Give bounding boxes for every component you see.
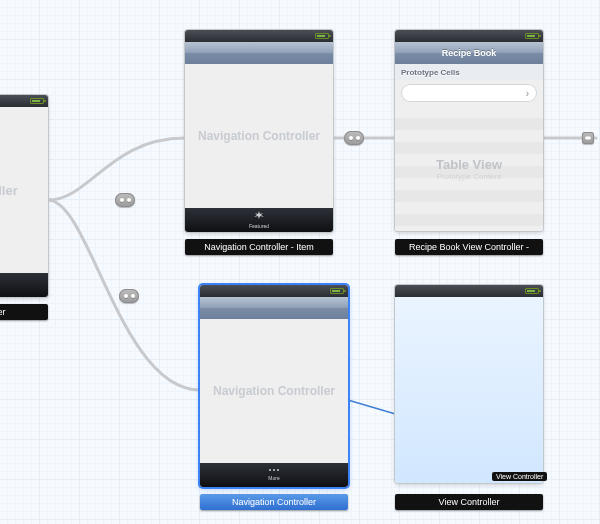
scene-caption-label: Navigation Controller - Item	[204, 242, 314, 252]
scene-caption-label: View Controller	[439, 497, 500, 507]
battery-icon	[525, 33, 539, 39]
navigation-bar: Recipe Book	[395, 42, 543, 64]
battery-icon	[330, 288, 344, 294]
tab-bar: More	[0, 273, 48, 297]
tab-bar: More	[200, 463, 348, 487]
table-view-subtitle: Prototype Content	[437, 172, 501, 181]
scene-recipe-book-view-controller[interactable]: Recipe Book Prototype Cells › Table View…	[395, 30, 543, 231]
scene-placeholder-label: Navigation Controller	[200, 384, 348, 398]
scene-tab-bar-controller[interactable]: Bar Controller More	[0, 95, 48, 297]
scene-caption[interactable]: Navigation Controller - Item	[185, 239, 333, 255]
featured-icon	[254, 211, 264, 219]
navigation-bar	[200, 297, 348, 319]
tab-bar-item-label: Featured	[249, 223, 269, 229]
storyboard-canvas[interactable]: Bar Controller More b Bar Controller Nav…	[0, 0, 600, 524]
battery-icon	[30, 98, 44, 104]
scene-placeholder-label: Navigation Controller	[185, 129, 333, 143]
scene-caption[interactable]: View Controller	[395, 494, 543, 510]
scene-caption-label: b Bar Controller	[0, 307, 6, 317]
scene-navigation-controller-item[interactable]: Navigation Controller Featured	[185, 30, 333, 232]
tab-bar-item-label: More	[268, 475, 279, 481]
mini-caption-label: View Controller	[496, 473, 543, 480]
status-bar	[395, 30, 543, 42]
battery-icon	[525, 288, 539, 294]
scene-caption[interactable]: b Bar Controller	[0, 304, 48, 320]
scene-navigation-controller-more[interactable]: Navigation Controller More	[200, 285, 348, 487]
scene-caption-label: Recipe Book View Controller -	[409, 242, 529, 252]
disclosure-indicator-icon: ›	[526, 88, 529, 99]
tab-bar: Featured	[185, 208, 333, 232]
prototype-cell[interactable]: ›	[401, 84, 537, 102]
svg-rect-3	[585, 137, 590, 140]
status-bar	[200, 285, 348, 297]
navigation-bar	[185, 42, 333, 64]
scene-caption-label: Navigation Controller	[232, 497, 316, 507]
table-view-title: Table View	[436, 157, 502, 172]
table-view-placeholder: Table View Prototype Content	[395, 106, 543, 231]
status-bar	[395, 285, 543, 297]
segue-relationship-badge[interactable]	[115, 193, 135, 207]
scene-placeholder-label: Bar Controller	[0, 183, 48, 198]
scene-caption[interactable]: Navigation Controller	[200, 494, 348, 510]
status-bar	[185, 30, 333, 42]
view-body	[395, 297, 543, 483]
battery-icon	[315, 33, 329, 39]
scene-caption[interactable]: Recipe Book View Controller -	[395, 239, 543, 255]
prototype-cells-header: Prototype Cells	[395, 64, 543, 80]
segue-relationship-badge[interactable]	[344, 131, 364, 145]
segue-push-badge[interactable]	[582, 132, 594, 144]
status-bar	[0, 95, 48, 107]
segue-relationship-badge[interactable]	[119, 289, 139, 303]
mini-caption: View Controller	[492, 472, 547, 481]
navigation-bar-title: Recipe Book	[442, 48, 497, 58]
scene-view-controller[interactable]	[395, 285, 543, 483]
